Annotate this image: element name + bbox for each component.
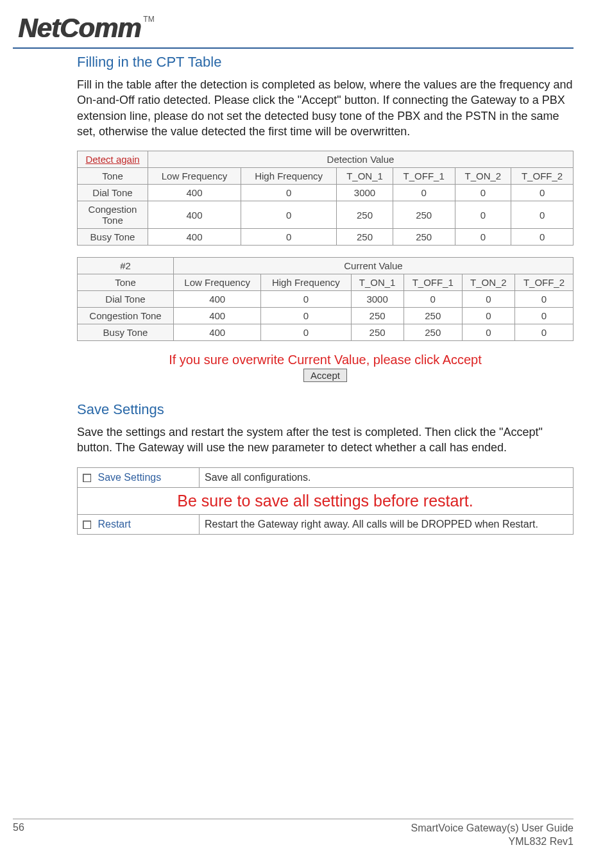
col-toff2: T_OFF_2 bbox=[514, 274, 573, 291]
col-toff2: T_OFF_2 bbox=[511, 168, 574, 185]
footer-guide: SmartVoice Gateway(s) User Guide bbox=[411, 822, 574, 835]
logo-text: NetComm bbox=[18, 13, 140, 44]
detect-again-link[interactable]: Detect again bbox=[85, 154, 139, 165]
col-hf: High Frequency bbox=[261, 274, 351, 291]
restart-checkbox[interactable] bbox=[83, 521, 91, 529]
col-hf: High Frequency bbox=[241, 168, 337, 185]
save-warning: Be sure to save all settings before rest… bbox=[78, 487, 574, 514]
page-number: 56 bbox=[13, 822, 24, 849]
logo: NetComm TM bbox=[13, 13, 574, 44]
page-footer: 56 SmartVoice Gateway(s) User Guide YML8… bbox=[13, 819, 574, 849]
col-tone: Tone bbox=[78, 168, 148, 185]
col-ton2: T_ON_2 bbox=[455, 168, 511, 185]
current-value-table: #2 Current Value Tone Low Frequency High… bbox=[77, 257, 574, 341]
restart-desc: Restart the Gateway right away. All call… bbox=[200, 514, 574, 534]
overwrite-prompt: If you sure overwrite Current Value, ple… bbox=[77, 353, 574, 367]
col-ton1: T_ON_1 bbox=[337, 168, 393, 185]
current-value-header: Current Value bbox=[174, 258, 574, 274]
logo-tm: TM bbox=[143, 15, 154, 24]
detection-table: Detect again Detection Value Tone Low Fr… bbox=[77, 151, 574, 246]
table-row: Busy Tone 400 0 250 250 0 0 bbox=[78, 229, 574, 246]
footer-rev: YML832 Rev1 bbox=[411, 835, 574, 849]
table-row: Dial Tone 400 0 3000 0 0 0 bbox=[78, 291, 574, 308]
table-row: Dial Tone 400 0 3000 0 0 0 bbox=[78, 185, 574, 201]
section-heading-cpt: Filling in the CPT Table bbox=[77, 54, 574, 71]
index-header: #2 bbox=[78, 258, 174, 274]
table-row: Busy Tone 400 0 250 250 0 0 bbox=[78, 324, 574, 341]
col-toff1: T_OFF_1 bbox=[404, 274, 462, 291]
detection-value-header: Detection Value bbox=[148, 151, 574, 168]
save-settings-checkbox[interactable] bbox=[83, 474, 91, 482]
col-ton2: T_ON_2 bbox=[462, 274, 514, 291]
col-toff1: T_OFF_1 bbox=[393, 168, 455, 185]
save-settings-table: Save Settings Save all configurations. B… bbox=[77, 467, 574, 535]
col-lf: Low Frequency bbox=[174, 274, 261, 291]
section-paragraph-save: Save the settings and restart the system… bbox=[77, 424, 574, 456]
header-rule bbox=[13, 47, 574, 49]
col-lf: Low Frequency bbox=[148, 168, 241, 185]
table-row: Congestion Tone 400 0 250 250 0 0 bbox=[78, 308, 574, 324]
table-row: Congestion Tone 400 0 250 250 0 0 bbox=[78, 201, 574, 229]
save-settings-label: Save Settings bbox=[98, 472, 161, 483]
footer-rule bbox=[13, 819, 574, 819]
save-settings-desc: Save all configurations. bbox=[200, 467, 574, 487]
col-tone: Tone bbox=[78, 274, 174, 291]
col-ton1: T_ON_1 bbox=[351, 274, 404, 291]
restart-label: Restart bbox=[98, 519, 131, 530]
section-paragraph-cpt: Fill in the table after the detection is… bbox=[77, 77, 574, 139]
accept-button[interactable]: Accept bbox=[303, 369, 347, 382]
section-heading-save: Save Settings bbox=[77, 401, 574, 418]
